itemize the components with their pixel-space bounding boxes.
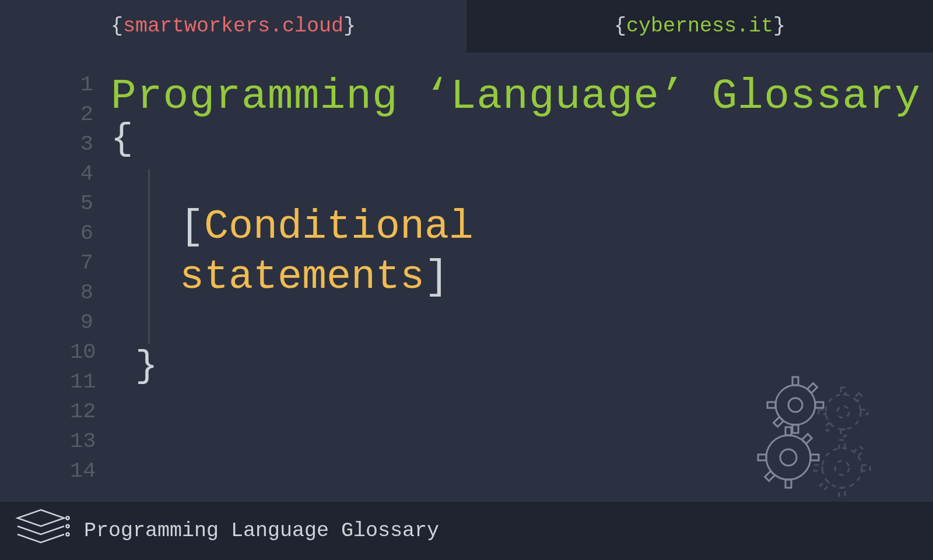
svg-rect-4 [815,402,823,408]
svg-rect-19 [785,480,791,488]
line-number: 12 [70,397,93,427]
svg-rect-5 [767,402,776,408]
svg-rect-13 [819,410,826,414]
line-number: 2 [70,100,93,129]
layers-icon [12,506,70,556]
brace-close: } [343,15,356,38]
svg-rect-10 [841,388,846,395]
brace-open: { [111,15,123,38]
svg-point-9 [837,406,849,418]
smartworkers-label: smartworkers.cloud [123,15,343,38]
line-number: 11 [70,367,93,397]
svg-rect-21 [758,455,766,460]
editor-area: 1 2 3 4 5 6 7 8 9 10 11 12 13 14 Program… [0,52,933,501]
cyberness-label: cyberness.it [626,15,773,38]
line-number: 10 [70,337,93,367]
svg-rect-15 [824,422,832,431]
brace-close: } [773,15,785,38]
footer-text: Programming Language Glossary [84,519,439,543]
svg-rect-18 [785,427,791,435]
svg-rect-2 [792,377,798,385]
svg-point-25 [835,461,849,475]
line-number: 4 [70,159,93,189]
line-number: 7 [70,248,93,278]
svg-marker-32 [17,510,64,526]
svg-rect-27 [839,488,845,496]
svg-rect-28 [862,465,870,471]
svg-rect-6 [808,383,818,393]
svg-point-17 [780,449,797,466]
svg-rect-7 [774,417,784,427]
svg-rect-3 [792,425,798,433]
header: {smartworkers.cloud} {cyberness.it} [0,0,933,52]
svg-point-35 [66,533,69,536]
svg-rect-14 [854,393,862,401]
footer: Programming Language Glossary [0,502,933,560]
title-text: Programming ‘Language’ Glossary [111,72,921,121]
line-number-gutter: 1 2 3 4 5 6 7 8 9 10 11 12 13 14 [70,70,111,501]
topic-block: [Conditional statements] [180,202,921,302]
indent-guide [148,169,150,344]
svg-rect-12 [861,410,868,414]
svg-rect-29 [814,465,822,471]
svg-rect-30 [854,446,864,456]
svg-point-34 [66,524,69,527]
line-number: 8 [70,278,93,308]
line-number: 9 [70,308,93,337]
svg-rect-23 [765,471,775,481]
tab-cyberness[interactable]: {cyberness.it} [466,0,933,52]
topic-word-2: statements [180,254,425,300]
line-number: 5 [70,189,93,219]
tab-smartworkers[interactable]: {smartworkers.cloud} [0,0,466,52]
svg-rect-22 [802,434,812,444]
svg-rect-11 [841,429,846,436]
bracket-open: [ [180,204,204,250]
line-number: 6 [70,219,93,248]
svg-rect-31 [820,480,830,490]
line-number: 1 [70,70,93,100]
brace-open: { [614,15,626,38]
svg-point-33 [66,516,69,519]
line-number: 3 [70,129,93,159]
bracket-close: ] [425,254,449,300]
svg-point-1 [788,398,802,412]
svg-rect-20 [811,455,819,460]
svg-rect-26 [839,440,845,448]
topic-word-1: Conditional [204,204,473,250]
gears-icon [755,376,889,501]
open-brace: { [111,118,921,160]
line-number: 13 [70,427,93,456]
line-number: 14 [70,456,93,486]
